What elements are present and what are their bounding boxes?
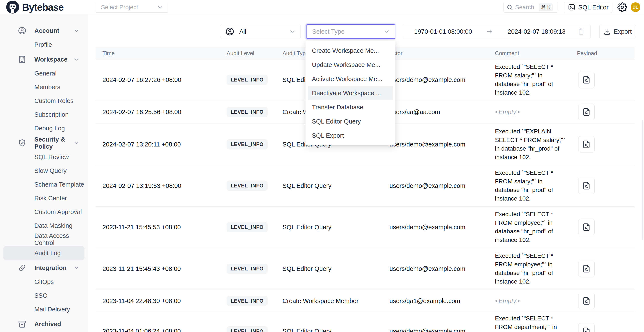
type-filter-select[interactable]: Select Type xyxy=(306,24,395,39)
audit-level-badge: LEVEL_INFO xyxy=(226,296,268,306)
table-row: 2023-11-04 22:48:30 +08:00 LEVEL_INFO Cr… xyxy=(96,290,634,312)
audit-level-badge: LEVEL_INFO xyxy=(226,139,268,150)
avatar[interactable]: DE xyxy=(631,2,640,12)
dropdown-item-sql-export[interactable]: SQL Export xyxy=(306,129,396,143)
sidebar-section-label: Account xyxy=(34,27,73,34)
date-from: 1970-01-01 08:00:00 xyxy=(414,28,472,35)
column-header-comment: Comment xyxy=(488,50,570,57)
sidebar-section-label: Security & Policy xyxy=(34,136,73,150)
payload-view-button[interactable] xyxy=(578,293,594,309)
row-actor: users/demo@example.com xyxy=(382,265,488,272)
payload-view-button[interactable] xyxy=(578,104,594,120)
sidebar-item-members[interactable]: Members xyxy=(4,80,84,94)
column-header-actor: Actor xyxy=(382,50,488,57)
sidebar-item-sso[interactable]: SSO xyxy=(4,289,84,302)
sidebar-section-archived[interactable]: Archived xyxy=(4,317,84,331)
dropdown-item-transfer-database[interactable]: Transfer Database xyxy=(306,100,396,114)
dropdown-item-update-workspace-member[interactable]: Update Workspace Me... xyxy=(306,58,396,72)
sidebar-section-integration[interactable]: Integration xyxy=(4,261,84,275)
link-icon xyxy=(18,263,27,272)
file-search-icon xyxy=(582,75,591,84)
payload-view-button[interactable] xyxy=(578,219,594,235)
row-actor: users/demo@example.com xyxy=(382,76,488,83)
sidebar-item-risk-center[interactable]: Risk Center xyxy=(4,191,84,205)
sidebar-item-custom-approval[interactable]: Custom Approval xyxy=(4,205,84,219)
archive-icon xyxy=(18,320,27,329)
row-comment: <Empty> xyxy=(488,108,566,116)
sidebar-item-profile[interactable]: Profile xyxy=(4,38,84,51)
file-search-icon xyxy=(582,140,591,149)
audit-level-badge: LEVEL_INFO xyxy=(226,222,268,232)
search-input[interactable] xyxy=(515,4,539,11)
sidebar-item-audit-log[interactable]: Audit Log xyxy=(4,246,84,260)
audit-level-badge: LEVEL_INFO xyxy=(226,264,268,274)
sidebar-item-subscription[interactable]: Subscription xyxy=(4,108,84,121)
row-time: 2024-02-07 13:20:11 +08:00 xyxy=(96,141,220,148)
sidebar-item-custom-roles[interactable]: Custom Roles xyxy=(4,94,84,108)
sidebar-section-security-policy[interactable]: Security & Policy xyxy=(4,136,84,150)
sidebar: Account Profile Workspace General Member… xyxy=(0,14,88,332)
sidebar-item-debug-log[interactable]: Debug Log xyxy=(4,121,84,135)
dropdown-item-sql-editor-query[interactable]: SQL Editor Query xyxy=(306,114,396,129)
sidebar-item-data-masking[interactable]: Data Masking xyxy=(4,219,84,232)
download-icon xyxy=(604,28,611,35)
building-icon xyxy=(18,55,27,64)
brand-name: Bytebase xyxy=(22,1,64,13)
row-actor: users/demo@example.com xyxy=(382,224,488,231)
table-row: 2024-02-07 13:19:53 +08:00 LEVEL_INFO SQ… xyxy=(96,165,634,206)
sidebar-item-schema-template[interactable]: Schema Template xyxy=(4,177,84,191)
file-search-icon xyxy=(582,297,591,305)
sidebar-item-mail-delivery[interactable]: Mail Delivery xyxy=(4,302,84,316)
chevron-down-icon xyxy=(73,56,80,63)
file-search-icon xyxy=(582,327,591,332)
payload-view-button[interactable] xyxy=(578,323,594,332)
sidebar-section-workspace[interactable]: Workspace xyxy=(4,52,84,66)
sidebar-section-label: Archived xyxy=(34,321,84,328)
payload-view-button[interactable] xyxy=(578,72,594,88)
sidebar-section-account[interactable]: Account xyxy=(4,24,84,38)
scrollbar-thumb[interactable] xyxy=(642,120,643,240)
sidebar-item-slow-query[interactable]: Slow Query xyxy=(4,164,84,177)
row-actor: users/aa@aa.com xyxy=(382,109,488,116)
row-comment: Executed `"SELECT * FROM employee;"` in … xyxy=(488,252,566,286)
dropdown-item-deactivate-workspace-member[interactable]: Deactivate Workspace ... xyxy=(308,86,393,100)
search-box[interactable]: ⌘ K xyxy=(503,2,558,13)
project-select-value: Select Project xyxy=(101,4,157,11)
payload-view-button[interactable] xyxy=(578,177,594,194)
payload-view-button[interactable] xyxy=(578,261,594,277)
dropdown-item-create-workspace-member[interactable]: Create Workspace Me... xyxy=(306,43,396,58)
project-select[interactable]: Select Project xyxy=(96,2,168,13)
audit-level-badge: LEVEL_INFO xyxy=(226,107,268,117)
chevron-down-icon xyxy=(383,28,390,35)
dropdown-item-activate-workspace-member[interactable]: Activate Workspace Me... xyxy=(306,72,396,86)
payload-view-button[interactable] xyxy=(578,136,594,153)
column-header-time: Time xyxy=(96,50,220,57)
date-to: 2024-02-07 18:09:13 xyxy=(508,28,566,35)
arrow-right-icon xyxy=(486,28,494,35)
gear-icon[interactable] xyxy=(617,2,627,12)
sql-editor-button[interactable]: SQL Editor xyxy=(564,2,612,13)
terminal-icon xyxy=(568,3,576,11)
file-search-icon xyxy=(582,181,591,190)
audit-level-badge: LEVEL_INFO xyxy=(226,326,268,332)
export-button[interactable]: Export xyxy=(599,25,636,38)
audit-level-badge: LEVEL_INFO xyxy=(226,75,268,85)
sidebar-item-general[interactable]: General xyxy=(4,66,84,80)
row-audit-type: SQL Editor Query xyxy=(276,328,382,332)
table-row: 2023-11-21 15:45:53 +08:00 LEVEL_INFO SQ… xyxy=(96,206,634,248)
export-label: Export xyxy=(614,28,632,35)
row-actor: users/demo@example.com xyxy=(382,328,488,332)
type-filter-placeholder: Select Type xyxy=(312,28,383,35)
file-search-icon xyxy=(582,264,591,273)
chevron-down-icon xyxy=(289,28,296,35)
actor-filter-value: All xyxy=(239,28,289,35)
calendar-icon xyxy=(577,28,585,35)
actor-filter-select[interactable]: All xyxy=(220,25,301,38)
sidebar-item-gitops[interactable]: GitOps xyxy=(4,275,84,289)
user-circle-icon xyxy=(18,26,27,35)
date-range-picker[interactable]: 1970-01-01 08:00:00 2024-02-07 18:09:13 xyxy=(403,25,591,38)
row-time: 2024-02-07 13:19:53 +08:00 xyxy=(96,182,220,189)
sidebar-item-sql-review[interactable]: SQL Review xyxy=(4,150,84,164)
sidebar-item-data-access-control[interactable]: Data Access Control xyxy=(4,232,84,246)
sql-editor-label: SQL Editor xyxy=(578,4,608,11)
